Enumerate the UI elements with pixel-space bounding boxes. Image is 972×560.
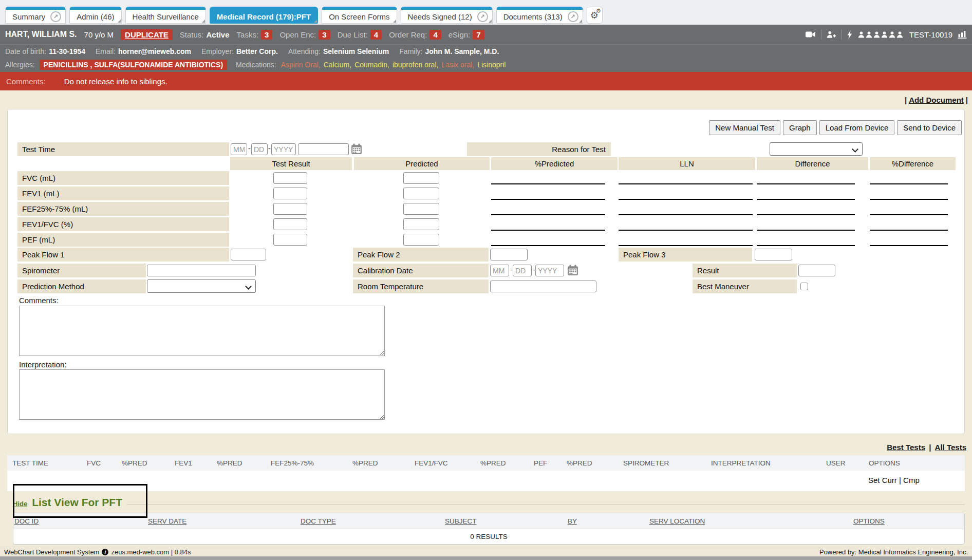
test-time-month-input[interactable] <box>231 143 247 155</box>
best-maneuver-checkbox[interactable] <box>800 283 808 290</box>
pef-predicted-input[interactable] <box>403 234 439 246</box>
employer-value: Better Corp. <box>236 47 278 55</box>
medication-item[interactable]: Calcium, <box>324 61 351 69</box>
pef-row: PEF (mL) <box>8 233 964 247</box>
external-link-icon[interactable]: ↗ <box>50 11 61 22</box>
fev1-test-result-input[interactable] <box>273 188 307 199</box>
interpretation-textarea[interactable] <box>19 369 385 420</box>
col-subject[interactable]: SUBJECT <box>445 517 568 525</box>
calibration-year-input[interactable] <box>535 265 564 276</box>
duplicate-flag[interactable]: DUPLICATE <box>121 29 173 40</box>
fef-difference-line <box>757 214 855 215</box>
calendar-icon[interactable] <box>351 143 362 155</box>
video-camera-icon[interactable] <box>806 31 816 38</box>
pft-toolbar: New Manual Test Graph Load From Device S… <box>709 120 962 135</box>
external-link-icon[interactable]: ↗ <box>568 11 578 22</box>
hide-link[interactable]: Hide <box>13 500 27 508</box>
spirometer-input[interactable] <box>147 265 256 276</box>
pef-test-result-input[interactable] <box>273 234 307 246</box>
tasks-count-badge[interactable]: 3 <box>261 30 272 40</box>
tab-needs-signed[interactable]: Needs Signed (12) ↗ <box>401 7 493 24</box>
calibration-day-input[interactable] <box>513 265 532 276</box>
tab-menu-fold-icon <box>579 20 582 23</box>
calibration-date-label: Calibration Date <box>353 264 489 277</box>
bar-chart-icon[interactable] <box>958 30 967 39</box>
col-difference: Difference <box>757 157 868 170</box>
fev1-fvc-label: FEV1/FVC (%) <box>17 217 229 231</box>
tab-medical-record-label: Medical Record (179):PFT <box>217 12 311 21</box>
fev1-lln-line <box>619 199 753 200</box>
employer-field: Employer: Better Corp. <box>201 47 278 55</box>
fef-predicted-input[interactable] <box>403 203 439 215</box>
info-icon[interactable]: i <box>102 549 108 555</box>
pipe: | <box>966 96 968 104</box>
fev1-predicted-input[interactable] <box>403 188 439 199</box>
load-from-device-button[interactable]: Load From Device <box>819 120 895 135</box>
medication-item[interactable]: Aspirin Oral, <box>281 61 321 69</box>
best-tests-link[interactable]: Best Tests <box>887 443 925 452</box>
tab-documents[interactable]: Documents (313) ↗ <box>496 7 583 24</box>
tab-admin[interactable]: Admin (46) <box>69 7 121 24</box>
settings-button[interactable]: ⚙ ⚙ <box>587 7 603 24</box>
fev1-label: FEV1 (mL) <box>17 186 229 200</box>
comments-label: Comments: <box>6 77 46 86</box>
peak-flow-1-input[interactable] <box>231 249 266 260</box>
all-tests-link[interactable]: All Tests <box>935 443 966 452</box>
tab-health-surveillance[interactable]: Health Surveillance <box>125 7 206 24</box>
calibration-month-input[interactable] <box>490 265 509 276</box>
date-separator: - <box>533 266 535 274</box>
col-doc-id[interactable]: DOC ID <box>14 517 148 525</box>
due-list-count-badge[interactable]: 4 <box>370 30 382 40</box>
send-to-device-button[interactable]: Send to Device <box>897 120 962 135</box>
fvc-predicted-input[interactable] <box>403 172 439 184</box>
reason-for-test-select[interactable] <box>770 142 863 156</box>
room-temperature-input[interactable] <box>490 281 596 292</box>
col-by[interactable]: BY <box>568 517 649 525</box>
fev1-fvc-predicted-input[interactable] <box>403 218 439 230</box>
open-enc-count-badge[interactable]: 3 <box>319 30 330 40</box>
tab-summary[interactable]: Summary ↗ <box>5 7 66 24</box>
fvc-test-result-input[interactable] <box>273 172 307 184</box>
test-time-year-input[interactable] <box>271 143 296 155</box>
fef-test-result-input[interactable] <box>273 203 307 215</box>
test-time-time-input[interactable] <box>298 143 349 155</box>
peak-flow-3-input[interactable] <box>755 249 792 260</box>
email-value: horner@mieweb.com <box>118 47 191 55</box>
dob-field: Date of birth: 11-30-1954 <box>5 47 85 55</box>
test-time-day-input[interactable] <box>251 143 268 155</box>
allergies-badge[interactable]: PENICILLINS , SULFA(SULFONAMIDE ANTIBIOT… <box>40 60 227 70</box>
col-serv-date[interactable]: SERV DATE <box>148 517 301 525</box>
dob-value: 11-30-1954 <box>49 47 85 55</box>
pft-comments-textarea[interactable] <box>19 306 385 356</box>
medication-item[interactable]: ibuprofen oral, <box>392 61 439 69</box>
col-pct-pred: %PRED <box>122 459 175 467</box>
set-curr-link[interactable]: Set Curr <box>868 476 897 484</box>
lightning-icon[interactable] <box>847 30 853 39</box>
cmp-link[interactable]: Cmp <box>903 476 920 484</box>
fev1-fvc-test-result-input[interactable] <box>273 218 307 230</box>
add-document-link[interactable]: Add Document <box>909 96 964 104</box>
col-doc-type[interactable]: DOC TYPE <box>301 517 445 525</box>
graph-button[interactable]: Graph <box>783 120 817 135</box>
col-options[interactable]: OPTIONS <box>853 517 885 525</box>
tab-on-screen-forms[interactable]: On Screen Forms <box>322 7 397 24</box>
tab-medical-record[interactable]: Medical Record (179):PFT <box>210 7 318 24</box>
prediction-method-select[interactable] <box>147 279 256 293</box>
new-manual-test-button[interactable]: New Manual Test <box>709 120 780 135</box>
medication-item[interactable]: Coumadin, <box>354 61 389 69</box>
fev1-row: FEV1 (mL) <box>8 186 964 200</box>
calendar-icon[interactable] <box>567 265 578 276</box>
order-req-count-badge[interactable]: 4 <box>429 30 441 40</box>
family-value: John M. Sample, M.D. <box>425 47 499 55</box>
active-users-icons[interactable] <box>858 31 903 38</box>
footer-left: WebChart Development System i zeus.med-w… <box>4 548 191 556</box>
col-serv-location[interactable]: SERV LOCATION <box>649 517 853 525</box>
esign-count-badge[interactable]: 7 <box>473 30 484 40</box>
peak-flow-2-input[interactable] <box>490 249 528 260</box>
medication-item[interactable]: Lasix oral, <box>441 61 474 69</box>
medication-item[interactable]: Lisinopril <box>477 61 506 69</box>
add-person-icon[interactable] <box>827 31 836 39</box>
result-input[interactable] <box>798 265 835 276</box>
external-link-icon[interactable]: ↗ <box>477 11 488 22</box>
family-label: Family: <box>399 47 422 55</box>
